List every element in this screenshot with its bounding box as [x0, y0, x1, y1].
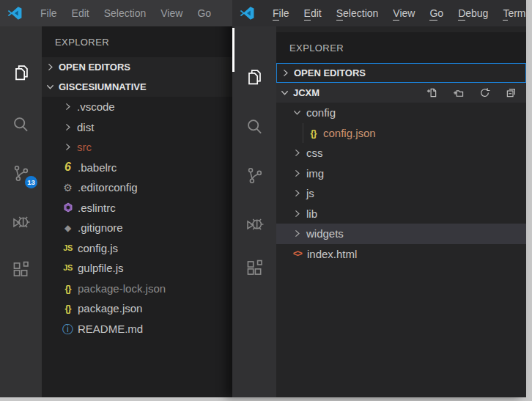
menu-debug[interactable]: Debug: [451, 7, 495, 19]
tree-item-label: config.json: [323, 127, 376, 139]
menu-view[interactable]: View: [385, 7, 422, 19]
collapse-all-icon[interactable]: [506, 87, 517, 98]
eslint-icon: [61, 201, 75, 214]
folder-item-css[interactable]: css: [276, 143, 526, 163]
source-control-icon[interactable]: [232, 163, 276, 188]
file-item-package-lock.json[interactable]: {}package-lock.json: [42, 279, 232, 299]
file-item-package.json[interactable]: {}package.json: [42, 298, 232, 319]
files-icon[interactable]: [0, 60, 42, 85]
tree-item-label: dist: [77, 121, 94, 133]
right-open-editors-section[interactable]: OPEN EDITORS: [276, 63, 526, 83]
folder-item-js[interactable]: js: [276, 183, 526, 204]
tree-item-label: lib: [306, 207, 317, 220]
menu-selection[interactable]: Selection: [97, 7, 154, 19]
project-root-label: JCXM: [293, 87, 319, 98]
folder-item-lib[interactable]: lib: [276, 204, 526, 224]
chevron-down-icon: [278, 87, 291, 99]
menu-mnemonic: T: [503, 7, 508, 21]
menu-view[interactable]: View: [153, 7, 190, 19]
tree-item-label: .eslintrc: [78, 202, 116, 214]
tree-item-label: css: [306, 147, 323, 159]
menu-mnemonic: D: [458, 7, 465, 21]
folder-item-widgets[interactable]: widgets: [276, 224, 526, 244]
desktop: FileEditSelectionViewGo 13 EXPLORER OPEN…: [0, 0, 532, 401]
tree-item-label: package.json: [78, 302, 142, 314]
tree-item-label: .babelrc: [78, 161, 117, 174]
right-file-tree: config{}config.jsoncssimgjslibwidgets<>i…: [276, 103, 526, 264]
file-item-config.js[interactable]: JSconfig.js: [42, 238, 232, 259]
folder-item-.vscode[interactable]: .vscode: [42, 97, 232, 117]
right-titlebar: FileEditSelectionViewGoDebugTerminal: [232, 0, 526, 26]
babel-icon: 6: [61, 161, 75, 174]
chevron-right-icon: [290, 207, 304, 219]
json-file-icon: {}: [306, 126, 320, 139]
tree-item-label: README.md: [78, 323, 143, 335]
tree-item-label: js: [306, 187, 314, 199]
left-project-root-section[interactable]: GISCESIUMNATIVE: [42, 77, 232, 97]
tree-item-label: .gitignore: [78, 221, 123, 234]
active-view-indicator: [232, 28, 234, 72]
folder-item-config[interactable]: config: [276, 103, 526, 123]
menu-file[interactable]: File: [265, 7, 297, 19]
new-folder-icon[interactable]: [453, 87, 464, 98]
menu-mnemonic: F: [273, 7, 279, 21]
debug-icon[interactable]: [232, 212, 276, 237]
folder-item-img[interactable]: img: [276, 163, 526, 184]
right-explorer-pane-title: EXPLORER: [276, 32, 526, 63]
new-file-icon[interactable]: [426, 87, 437, 98]
left-open-editors-section[interactable]: OPEN EDITORS: [42, 57, 232, 77]
right-activity-bar: [232, 26, 276, 397]
file-item-.editorconfig[interactable]: ⚙.editorconfig: [42, 177, 232, 198]
extensions-icon[interactable]: [232, 255, 276, 280]
refresh-icon[interactable]: [479, 87, 490, 98]
js-file-icon: JS: [61, 241, 75, 254]
chevron-right-icon: [279, 67, 292, 79]
indent-guide: [303, 123, 303, 144]
tree-item-label: widgets: [306, 227, 344, 240]
explorer-title-text: EXPLORER: [289, 43, 344, 54]
html-file-icon: <>: [290, 247, 304, 260]
source-control-icon[interactable]: 13: [0, 161, 42, 185]
chevron-down-icon: [290, 107, 304, 119]
vscode-logo-icon: [7, 5, 23, 21]
left-menu-bar: FileEditSelectionViewGo: [33, 0, 218, 26]
left-explorer-pane-title: EXPLORER: [42, 26, 232, 57]
file-item-config.json[interactable]: {}config.json: [276, 123, 526, 144]
file-item-.babelrc[interactable]: 6.babelrc: [42, 158, 232, 178]
folder-item-src[interactable]: src: [42, 137, 232, 158]
menu-file[interactable]: File: [33, 7, 64, 19]
menu-edit[interactable]: Edit: [297, 7, 329, 19]
right-sidebar: EXPLORER OPEN EDITORS JCXM config{}confi…: [276, 26, 526, 397]
menu-go[interactable]: Go: [422, 7, 451, 19]
search-icon[interactable]: [0, 112, 42, 137]
chevron-right-icon: [290, 188, 304, 199]
tree-item-label: gulpfile.js: [78, 262, 124, 274]
folder-item-dist[interactable]: dist: [42, 117, 232, 138]
search-icon[interactable]: [232, 114, 276, 139]
left-file-tree: .vscodedistsrc6.babelrc⚙.editorconfig.es…: [42, 97, 232, 339]
tree-item-label: .editorconfig: [78, 181, 138, 194]
debug-icon[interactable]: [0, 210, 42, 235]
tree-item-label: index.html: [307, 248, 357, 260]
menu-mnemonic: E: [304, 7, 311, 21]
menu-go[interactable]: Go: [190, 7, 218, 19]
file-item-index.html[interactable]: <>index.html: [276, 244, 526, 265]
file-item-gulpfile.js[interactable]: JSgulpfile.js: [42, 258, 232, 279]
extensions-icon[interactable]: [0, 257, 42, 282]
left-titlebar: FileEditSelectionViewGo: [0, 0, 232, 26]
file-item-README.md[interactable]: ⓘREADME.md: [42, 319, 232, 339]
gear-icon: ⚙: [61, 181, 75, 194]
explorer-toolbar: [426, 87, 526, 98]
file-item-.gitignore[interactable]: ◆.gitignore: [42, 218, 232, 238]
menu-terminal[interactable]: Terminal: [495, 7, 526, 19]
chevron-right-icon: [290, 167, 304, 179]
file-item-.eslintrc[interactable]: .eslintrc: [42, 198, 232, 218]
menu-selection[interactable]: Selection: [329, 7, 386, 19]
files-icon[interactable]: [232, 65, 276, 89]
open-editors-label: OPEN EDITORS: [59, 62, 130, 73]
menu-edit[interactable]: Edit: [64, 7, 97, 19]
vscode-window-left: FileEditSelectionViewGo 13 EXPLORER OPEN…: [0, 0, 232, 397]
chevron-right-icon: [44, 62, 56, 73]
right-project-root-section[interactable]: JCXM: [276, 83, 526, 103]
json-file-icon: {}: [61, 282, 75, 295]
